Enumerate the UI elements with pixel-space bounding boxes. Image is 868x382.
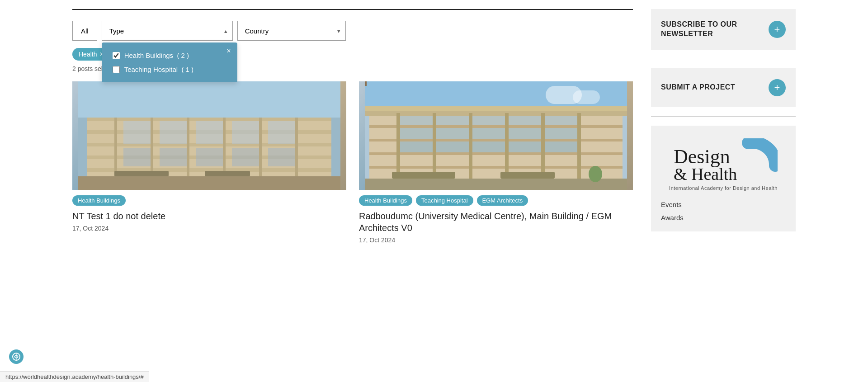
svg-rect-46: [436, 116, 469, 125]
health-buildings-checkbox[interactable]: [113, 52, 120, 59]
design-health-links: Events Awards: [661, 198, 786, 224]
card-2-image: [359, 81, 633, 190]
design-health-widget: Design & Health International Academy fo…: [651, 126, 796, 231]
svg-rect-41: [469, 113, 472, 181]
health-buildings-label: Health Buildings ( 2 ): [124, 52, 189, 59]
events-link[interactable]: Events: [661, 198, 786, 211]
svg-rect-2: [78, 81, 340, 118]
submit-project-widget: SUBMIT A PROJECT +: [651, 68, 796, 107]
card-1: Health Buildings NT Test 1 do not delete…: [72, 81, 346, 244]
filter-row: All Type × Health Buildings ( 2 ): [72, 21, 633, 41]
sidebar: SUBSCRIBE TO OUR NEWSLETTER + SUBMIT A P…: [651, 9, 796, 244]
card-2-tag-egm-architects[interactable]: EGM Architects: [477, 195, 528, 206]
svg-rect-47: [472, 116, 505, 125]
svg-rect-19: [268, 121, 295, 144]
svg-rect-55: [400, 141, 433, 152]
all-button[interactable]: All: [72, 21, 97, 41]
card-2-tag-teaching-hospital[interactable]: Teaching Hospital: [416, 195, 473, 206]
svg-rect-15: [123, 121, 151, 144]
teaching-hospital-checkbox[interactable]: [113, 66, 120, 73]
svg-rect-39: [396, 113, 400, 181]
newsletter-plus-button[interactable]: +: [769, 21, 786, 38]
svg-rect-21: [160, 148, 187, 166]
card-1-date: 17, Oct 2024: [72, 225, 346, 232]
teaching-hospital-label: Teaching Hospital ( 1 ): [124, 66, 193, 73]
svg-rect-18: [232, 121, 259, 144]
svg-rect-59: [545, 141, 577, 152]
svg-rect-60: [365, 179, 627, 190]
dropdown-item-teaching-hospital[interactable]: Teaching Hospital ( 1 ): [113, 66, 226, 73]
svg-rect-27: [205, 171, 250, 176]
dropdown-close-button[interactable]: ×: [226, 47, 231, 55]
design-health-logo: Design & Health International Academy fo…: [661, 138, 786, 191]
svg-rect-64: [365, 81, 367, 86]
main-content: All Type × Health Buildings ( 2 ): [72, 9, 633, 244]
type-select-wrapper: Type × Health Buildings ( 2 ): [102, 21, 233, 41]
card-2-tags: Health Buildings Teaching Hospital EGM A…: [359, 195, 633, 206]
svg-rect-49: [545, 116, 577, 125]
cards-grid: Health Buildings NT Test 1 do not delete…: [72, 81, 633, 244]
svg-rect-17: [196, 121, 223, 144]
sidebar-divider-2: [651, 116, 796, 117]
svg-rect-13: [259, 118, 262, 181]
svg-rect-20: [123, 148, 151, 166]
page-wrapper: All Type × Health Buildings ( 2 ): [0, 0, 868, 262]
svg-rect-36: [369, 139, 623, 141]
dropdown-item-health-buildings[interactable]: Health Buildings ( 2 ): [113, 52, 226, 59]
newsletter-widget: SUBSCRIBE TO OUR NEWSLETTER +: [651, 9, 796, 50]
svg-rect-23: [232, 148, 259, 166]
card-2-title: Radboudumc (University Medical Centre), …: [359, 210, 633, 234]
card-1-tags: Health Buildings: [72, 195, 346, 206]
svg-rect-38: [369, 166, 623, 169]
svg-rect-4: [87, 118, 331, 121]
newsletter-title: SUBSCRIBE TO OUR NEWSLETTER: [661, 20, 769, 39]
active-filter-tag-label: Health: [79, 51, 97, 58]
country-select[interactable]: Country: [237, 21, 346, 41]
svg-rect-43: [541, 113, 545, 181]
svg-rect-48: [509, 116, 541, 125]
card-2-image-svg: [359, 81, 633, 190]
svg-rect-22: [196, 148, 223, 166]
svg-rect-40: [433, 113, 436, 181]
svg-rect-61: [392, 172, 455, 179]
top-divider: [72, 9, 633, 10]
svg-rect-33: [365, 111, 627, 116]
svg-rect-54: [545, 128, 577, 139]
svg-rect-50: [400, 128, 433, 139]
type-dropdown-panel: × Health Buildings ( 2 ) Teaching Hospit…: [102, 42, 237, 82]
svg-rect-53: [509, 128, 541, 139]
submit-project-title: SUBMIT A PROJECT: [661, 83, 735, 92]
svg-point-63: [589, 166, 602, 182]
card-1-image-svg: [72, 81, 346, 190]
svg-rect-57: [472, 141, 505, 152]
svg-rect-37: [369, 152, 623, 155]
svg-rect-42: [505, 113, 509, 181]
svg-rect-44: [577, 113, 581, 181]
design-health-logo-svg: Design & Health: [669, 138, 778, 184]
svg-rect-35: [369, 125, 623, 128]
svg-rect-14: [295, 118, 298, 181]
card-1-image: [72, 81, 346, 190]
card-2: Health Buildings Teaching Hospital EGM A…: [359, 81, 633, 244]
svg-rect-56: [436, 141, 469, 152]
svg-rect-16: [160, 121, 187, 144]
submit-project-plus-button[interactable]: +: [769, 79, 786, 96]
awards-link[interactable]: Awards: [661, 211, 786, 224]
type-select[interactable]: Type: [102, 21, 233, 41]
svg-rect-45: [400, 116, 433, 125]
card-2-date: 17, Oct 2024: [359, 236, 633, 244]
svg-rect-34: [365, 106, 627, 111]
svg-rect-24: [268, 148, 295, 166]
svg-rect-26: [114, 171, 169, 176]
design-health-subtitle: International Academy for Design and Hea…: [669, 185, 778, 191]
svg-rect-11: [187, 118, 189, 181]
svg-rect-52: [472, 128, 505, 139]
svg-rect-58: [509, 141, 541, 152]
card-1-title: NT Test 1 do not delete: [72, 210, 346, 222]
svg-rect-31: [573, 90, 600, 104]
card-2-tag-health-buildings[interactable]: Health Buildings: [359, 195, 412, 206]
sidebar-divider-1: [651, 59, 796, 59]
svg-text:& Health: & Health: [674, 165, 737, 184]
card-1-tag-health-buildings[interactable]: Health Buildings: [72, 195, 126, 206]
svg-rect-51: [436, 128, 469, 139]
